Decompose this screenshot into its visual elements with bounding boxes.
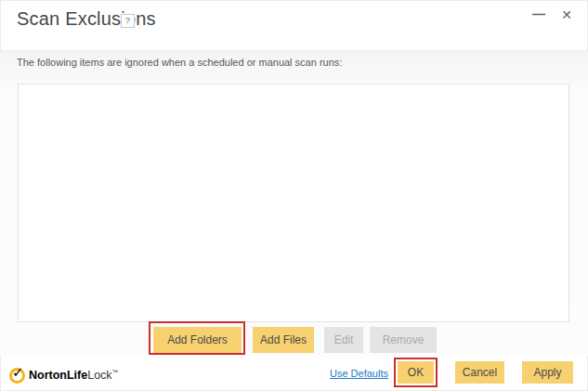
ok-button[interactable]: OK — [398, 361, 434, 384]
edit-button[interactable]: Edit — [324, 327, 363, 353]
help-icon[interactable]: ? — [121, 14, 135, 28]
brand-name: NortonLifeLock™ — [29, 369, 118, 382]
trademark-symbol: ™ — [112, 369, 119, 375]
cancel-button[interactable]: Cancel — [455, 361, 504, 384]
add-folders-button[interactable]: Add Folders — [153, 327, 242, 353]
scan-exclusions-dialog: Scan Exclusions ? — ✕ The following item… — [0, 0, 588, 391]
nortonlifelock-logo: ✓ NortonLifeLock™ — [9, 366, 118, 384]
close-icon[interactable]: ✕ — [557, 8, 576, 25]
brand-name-bold: NortonLife — [29, 369, 87, 382]
norton-check-circle-icon: ✓ — [9, 368, 25, 384]
use-defaults-link[interactable]: Use Defaults — [330, 368, 388, 379]
add-files-button[interactable]: Add Files — [253, 327, 314, 353]
page-title: Scan Exclusions — [17, 8, 156, 30]
checkmark-icon: ✓ — [12, 365, 24, 379]
minimize-icon[interactable]: — — [529, 7, 548, 24]
content-area: The following items are ignored when a s… — [0, 50, 588, 356]
apply-button[interactable]: Apply — [522, 361, 573, 384]
remove-button[interactable]: Remove — [370, 327, 437, 353]
exclusion-list[interactable] — [18, 84, 569, 322]
description-text: The following items are ignored when a s… — [17, 57, 342, 68]
brand-name-light: Lock — [87, 369, 111, 382]
